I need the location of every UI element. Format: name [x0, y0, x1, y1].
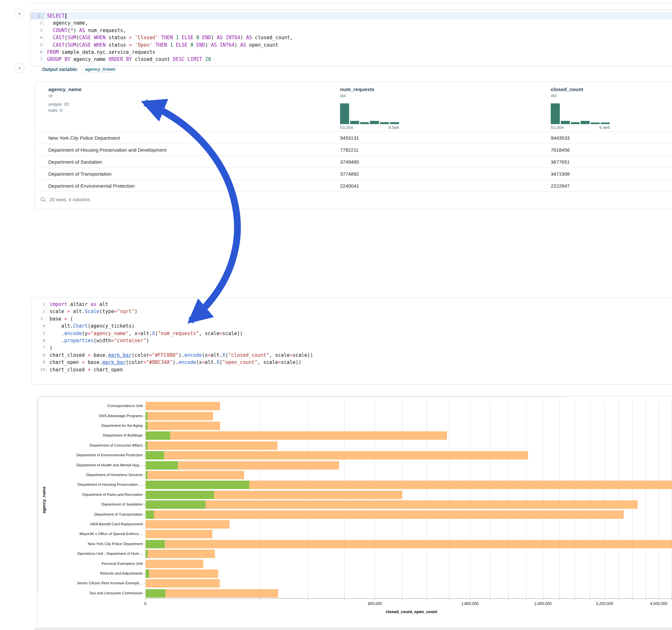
gridline: [559, 401, 559, 598]
line-number: 5: [30, 42, 44, 49]
y-axis-label: HRA Benefit Card Replacement: [37, 522, 143, 526]
x-axis-title: closed_count, open_count: [386, 610, 437, 614]
code-line[interactable]: 2scale = alt.Scale(type="sqrt"): [31, 308, 672, 315]
output-variable-pill[interactable]: agency_tickets: [82, 66, 116, 73]
code-line[interactable]: 8chart_closed = base.mark_bar(color="#FF…: [31, 352, 672, 359]
code-line[interactable]: 10chart_closed + chart_open: [31, 366, 672, 373]
x-tick-label: 1,600,000: [461, 602, 478, 606]
y-tick: [144, 534, 145, 534]
code-line[interactable]: 6FROM sample_data.nyc.service_requests: [30, 49, 672, 56]
collapse-chevron-icon[interactable]: ⌄: [41, 14, 43, 18]
x-tick: [646, 599, 646, 600]
table-row[interactable]: Department of Environmental Protection22…: [35, 179, 672, 192]
column-type: i64: [551, 93, 583, 98]
y-axis-label: Operations Unit - Department of Hom…: [37, 552, 143, 555]
closed-count-histogram-labels: 53,3049.4e6: [551, 125, 610, 130]
table-row[interactable]: Department of Transportation377489234719…: [35, 167, 672, 179]
table-cell: 2240041: [340, 183, 359, 188]
code-line[interactable]: 6 .properties(width="container"): [31, 337, 672, 344]
table-row[interactable]: Department of Housing Preservation and D…: [35, 143, 672, 155]
code-text: agency_name,: [44, 20, 88, 27]
code-line[interactable]: 7): [31, 344, 672, 351]
table-row[interactable]: Department of Sanitation37494853677651: [35, 155, 672, 168]
code-text: .properties(width="container"): [47, 337, 149, 344]
gridline: [308, 401, 308, 598]
code-line[interactable]: 5 CAST(SUM(CASE WHEN status = 'Open' THE…: [30, 42, 672, 49]
y-axis-label: New York City Police Department: [37, 542, 143, 546]
code-line[interactable]: 1⌄SELECT: [30, 12, 672, 20]
column-header-num-requests[interactable]: num_requests i64: [340, 87, 375, 98]
code-text: base = (: [47, 315, 73, 322]
search-icon[interactable]: [40, 197, 46, 202]
x-tick-label: 2,400,000: [534, 602, 551, 606]
line-number: 1: [31, 301, 47, 308]
bar-closed_count: [146, 530, 213, 538]
y-tick: [144, 495, 145, 495]
bar-open_count: [146, 471, 147, 479]
line-number: 6: [30, 49, 44, 56]
x-tick: [470, 599, 471, 600]
python-code-cell[interactable]: 1import altair as alt2scale = alt.Scale(…: [31, 297, 672, 385]
table-cell: 3471908: [551, 171, 570, 176]
column-header-agency-name[interactable]: agency_name str unique: 20 nulls: 0: [48, 87, 82, 114]
column-header-closed-count[interactable]: closed_count i64: [551, 87, 583, 98]
sql-code-cell[interactable]: 1⌄SELECT2 agency_name,3 COUNT(*) AS num_…: [30, 10, 672, 67]
table-cell: 3774892: [340, 171, 359, 176]
bar-open_count: [146, 421, 147, 430]
code-line[interactable]: 4 alt.Chart(agency_tickets): [31, 322, 672, 330]
gridline: [543, 401, 543, 598]
code-text: FROM sample_data.nyc.service_requests: [44, 49, 155, 56]
table-cell: Department of Sanitation: [48, 159, 102, 164]
code-line[interactable]: 9chart_open = base.mark_bar(color="#8BC3…: [31, 359, 672, 366]
x-tick: [575, 599, 575, 600]
bar-open_count: [146, 491, 214, 499]
line-number: 3⌄: [31, 315, 47, 322]
y-tick: [144, 583, 145, 584]
line-number: 2: [30, 20, 44, 27]
column-name: agency_name: [48, 87, 82, 92]
y-tick: [144, 564, 145, 564]
code-line[interactable]: 5 .encode(y="agency_name", x=alt.X("num_…: [31, 330, 672, 337]
y-axis-label: Department of Buildings: [37, 433, 143, 437]
bar-open_count: [146, 481, 249, 489]
x-tick: [632, 599, 633, 600]
table-row[interactable]: New York City Police Department945313194…: [35, 131, 672, 144]
bar-open_count: [146, 589, 165, 598]
code-text: GROUP BY agency_name ORDER BY closed_cou…: [44, 56, 211, 63]
code-line[interactable]: 4 CAST(SUM(CASE WHEN status = 'Closed' T…: [30, 34, 672, 41]
num-requests-histogram: [340, 103, 399, 124]
chart-output-cell: Correspondence UnitDHS Advantage Program…: [37, 396, 672, 629]
table-cell: 7618456: [551, 147, 570, 152]
code-line[interactable]: 3⌄base = (: [31, 315, 672, 322]
y-tick: [144, 505, 145, 505]
line-number: 10: [31, 366, 47, 373]
x-tick: [375, 599, 375, 600]
x-tick: [543, 599, 543, 600]
text-cursor: [66, 13, 66, 19]
code-line[interactable]: 3 COUNT(*) AS num_requests,: [30, 27, 672, 34]
plot-top-border: [37, 396, 566, 397]
horizontal-scrollbar[interactable]: [35, 627, 672, 630]
code-text: CAST(SUM(CASE WHEN status = 'Closed' THE…: [44, 34, 293, 41]
x-tick: [508, 599, 509, 600]
gridline: [619, 401, 619, 598]
gridline: [402, 401, 402, 598]
y-axis-label: Department of Housing Preservation …: [37, 483, 143, 486]
y-axis-label: Department of Health and Mental Hyg…: [37, 463, 143, 467]
add-cell-button-below-sql[interactable]: +: [15, 63, 24, 73]
num-requests-histogram-labels: 53,3049.5e6: [340, 125, 399, 130]
output-variable-row: Output variable: agency_tickets: [42, 66, 116, 73]
gridline: [575, 401, 575, 598]
x-tick: [449, 599, 449, 600]
y-axis-label: DHS Advantage Programs: [37, 414, 143, 418]
code-line[interactable]: 2 agency_name,: [30, 20, 672, 27]
code-line[interactable]: 1import altair as alt: [31, 301, 672, 308]
add-cell-button-top[interactable]: +: [15, 9, 24, 19]
table-cell: 9443533: [551, 135, 570, 140]
collapse-chevron-icon[interactable]: ⌄: [44, 317, 45, 320]
y-axis-label: Department for the Aging: [37, 423, 143, 428]
code-line[interactable]: 7GROUP BY agency_name ORDER BY closed_co…: [30, 56, 672, 63]
gridline: [671, 401, 672, 598]
code-text: chart_open = base.mark_bar(color="#8BC34…: [47, 359, 302, 366]
code-text: SELECT: [44, 12, 66, 20]
